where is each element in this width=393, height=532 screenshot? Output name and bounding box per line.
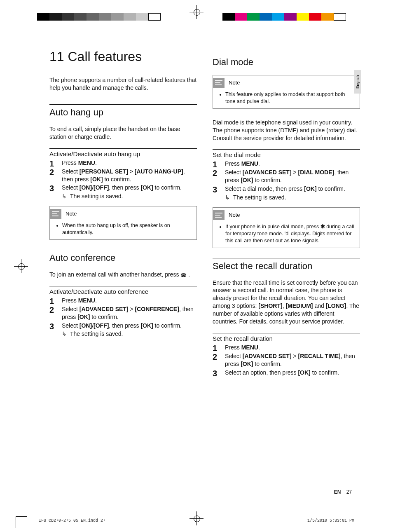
auto-conf-sub: Activate/Deactivate auto conference	[49, 286, 197, 295]
print-timestamp: 1/5/2010 5:33:01 PM	[307, 518, 354, 523]
language-tab: English	[354, 70, 361, 94]
step-item: Select [ADVANCED SET] > [CONFERENCE], th…	[49, 305, 197, 321]
note-icon	[213, 210, 225, 220]
step-item: Select [ADVANCED SET] > [DIAL MODE], the…	[213, 169, 360, 184]
note-title: Note	[229, 79, 240, 87]
left-column: 11 Call features The phone supports a nu…	[49, 49, 197, 382]
note-title: Note	[229, 211, 240, 219]
note-box: Note If your phone is in pulse dial mode…	[213, 207, 360, 248]
step-item: Press MENU.	[213, 160, 360, 168]
step-item: Select a dial mode, then press [OK] to c…	[213, 185, 360, 202]
right-column: Dial mode Note This feature only applies…	[213, 49, 360, 382]
auto-hangup-body: To end a call, simply place the handset …	[49, 125, 197, 141]
recall-body: Ensure that the recall time is set corre…	[213, 279, 360, 326]
recall-sub: Set the recall duration	[213, 333, 360, 342]
chapter-heading: 11 Call features	[49, 49, 197, 64]
note-icon	[213, 78, 225, 88]
step-item: Select [PERSONAL SET] > [AUTO HANG-UP], …	[49, 168, 197, 183]
section-auto-hangup: Auto hang up	[49, 104, 197, 118]
print-slug: IFU_CD270-275_05_EN.indd 27 1/5/2010 5:3…	[39, 518, 354, 523]
note-icon	[50, 209, 61, 219]
section-recall: Select the recall duration	[213, 258, 360, 272]
phone-icon: ☎	[180, 272, 187, 279]
dial-mode-body: Dial mode is the telephone signal used i…	[213, 119, 360, 142]
recall-steps: Press MENU. Select [ADVANCED SET] > [REC…	[213, 344, 360, 377]
page-content: 11 Call features The phone supports a nu…	[0, 0, 393, 398]
step-result: The setting is saved.	[225, 194, 360, 202]
auto-hangup-sub: Activate/Deactivate auto hang up	[49, 148, 197, 157]
print-file: IFU_CD270-275_05_EN.indd 27	[39, 518, 105, 523]
page-footer: EN 27	[334, 489, 352, 495]
auto-conf-steps: Press MENU. Select [ADVANCED SET] > [CON…	[49, 297, 197, 338]
step-item: Select [ON]/[OFF], then press [OK] to co…	[49, 322, 197, 338]
dial-mode-steps: Press MENU. Select [ADVANCED SET] > [DIA…	[213, 160, 360, 201]
step-item: Press MENU.	[49, 159, 197, 167]
step-result: The setting is saved.	[62, 192, 197, 200]
step-item: Select an option, then press [OK] to con…	[213, 369, 360, 377]
chapter-title: Call features	[68, 49, 142, 64]
dial-mode-sub: Set the dial mode	[213, 149, 360, 158]
chapter-intro: The phone supports a number of call-rela…	[49, 76, 197, 92]
footer-page: 27	[346, 489, 352, 495]
step-item: Select [ADVANCED SET] > [RECALL TIME], t…	[213, 352, 360, 368]
note-text: When the auto hang up is off, the speake…	[62, 222, 192, 236]
step-item: Press MENU.	[49, 297, 197, 305]
note-box: Note This feature only applies to models…	[213, 75, 360, 109]
step-item: Press MENU.	[213, 344, 360, 352]
note-text: If your phone is in pulse dial mode, pre…	[225, 223, 356, 244]
color-swatches	[222, 13, 346, 21]
note-title: Note	[66, 210, 77, 218]
auto-hangup-steps: Press MENU. Select [PERSONAL SET] > [AUT…	[49, 159, 197, 200]
note-box: Note When the auto hang up is off, the s…	[49, 206, 197, 240]
section-auto-conference: Auto conference	[49, 250, 197, 263]
auto-conf-body: To join an external call with another ha…	[49, 271, 197, 279]
note-text: This feature only applies to models that…	[225, 91, 356, 105]
star-key-icon: ✱	[320, 224, 325, 230]
step-item: Select [ON]/[OFF], then press [OK] to co…	[49, 184, 197, 200]
section-dial-mode: Dial mode	[213, 54, 360, 68]
footer-lang: EN	[334, 489, 341, 495]
chapter-number: 11	[49, 49, 64, 64]
step-result: The setting is saved.	[62, 330, 197, 338]
gray-swatches	[37, 13, 161, 21]
